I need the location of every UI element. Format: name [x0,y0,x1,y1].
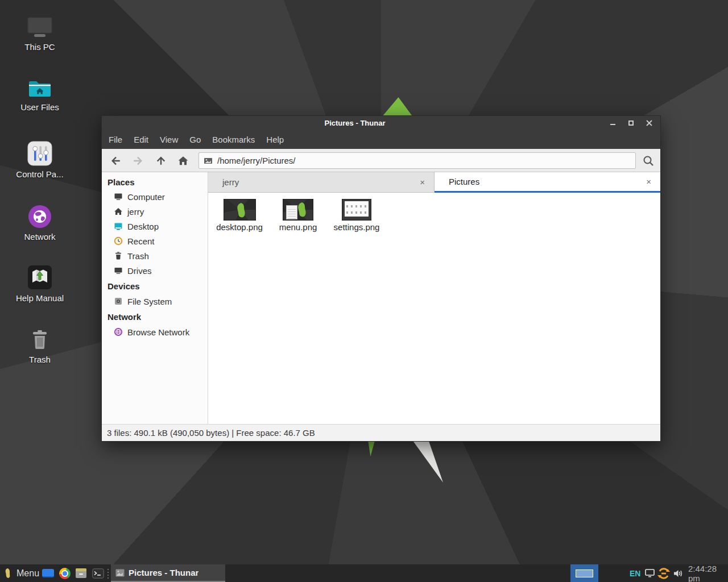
tab-close-icon[interactable]: × [420,178,425,186]
home-icon [177,155,189,167]
window-titlebar[interactable]: Pictures - Thunar [102,116,660,130]
tab-bar: jerry × Pictures × [208,172,660,193]
path-bar[interactable]: /home/jerry/Pictures/ [198,152,636,169]
menu-help[interactable]: Help [260,130,289,149]
file-settings-png[interactable]: settings.png [329,199,384,232]
forward-button[interactable] [131,154,144,168]
desktop-icon-label: User Files [6,102,74,112]
start-menu-label[interactable]: Menu [16,564,39,582]
sidebar-header-network: Network [102,309,208,325]
forward-arrow-icon [131,155,144,167]
sidebar-item-label: Browse Network [127,327,189,337]
sidebar-item-label: Trash [127,251,149,261]
status-text: 3 files: 490.1 kB (490,050 bytes) | Free… [107,428,315,438]
status-bar: 3 files: 490.1 kB (490,050 bytes) | Free… [102,424,660,441]
sidebar-item-drives[interactable]: Drives [102,263,208,278]
desktop-icon-trash[interactable]: Trash [6,329,74,364]
sidebar-item-trash[interactable]: Trash [102,248,208,263]
sidebar-item-desktop[interactable]: Desktop [102,219,208,234]
browse-network-globe-icon [113,327,123,337]
menu-file[interactable]: File [103,130,128,149]
file-name: desktop.png [212,222,267,232]
tab-label: jerry [222,177,239,187]
path-text: /home/jerry/Pictures/ [217,156,296,165]
file-name: menu.png [271,222,325,232]
tab-close-icon[interactable]: × [646,177,651,186]
start-menu-button[interactable] [3,564,13,582]
display-settings-tray[interactable] [644,564,655,582]
clock[interactable]: 2:44:28 pm [688,564,728,582]
file-desktop-png[interactable]: desktop.png [212,199,267,232]
tab-jerry[interactable]: jerry × [208,172,435,193]
update-manager-tray[interactable] [657,564,671,582]
help-manual-icon [6,265,74,290]
file-name: settings.png [329,222,384,232]
file-manager-launcher[interactable] [75,564,87,582]
file-menu-png[interactable]: menu.png [271,199,325,232]
file-system-drive-icon [113,297,123,306]
sidebar-header-places: Places [102,176,208,189]
minimize-button[interactable] [607,116,618,130]
speaker-icon [673,569,684,578]
desktop-icon-label: Trash [6,355,74,364]
desktop-icon-label: Help Manual [6,293,74,303]
home-button[interactable] [176,154,190,168]
panel-grip [107,568,109,579]
menu-go[interactable]: Go [184,130,206,149]
sidebar-item-recent[interactable]: Recent [102,234,208,248]
menu-edit[interactable]: Edit [128,130,154,149]
sidebar-item-computer[interactable]: Computer [102,189,208,204]
settings-png-thumbnail [342,199,371,221]
home-icon [113,207,123,217]
terminal-launcher[interactable] [92,564,104,582]
sidebar-item-label: Recent [127,236,155,246]
sidebar-item-label: File System [127,297,172,306]
close-button[interactable] [643,116,655,130]
taskbar-window-button[interactable]: Pictures - Thunar [111,564,225,582]
up-arrow-icon [155,155,167,167]
desktop-png-thumbnail [224,199,256,221]
browser-launcher[interactable] [59,564,71,582]
back-button[interactable] [109,154,123,168]
up-button[interactable] [154,154,168,168]
desktop-icon-user-files[interactable]: User Files [6,78,74,112]
sidebar-item-browse-network[interactable]: Browse Network [102,325,208,339]
monitor-icon [644,568,655,578]
sidebar: Places Computer jerry [102,172,208,424]
sidebar-item-label: Desktop [127,222,159,231]
desktop-icon-help-manual[interactable]: Help Manual [6,265,74,303]
keyboard-layout-indicator[interactable]: EN [630,564,640,582]
menu-png-thumbnail [283,199,313,221]
tab-label: Pictures [449,177,479,186]
desktop-icon-network[interactable]: Network [6,205,74,242]
menu-bookmarks[interactable]: Bookmarks [206,130,260,149]
network-globe-icon [6,205,74,228]
file-list-view[interactable]: desktop.png menu.png settings.p [208,193,660,424]
desktop-icon-label: This PC [6,42,74,52]
desktop-icon-label: Network [6,232,74,242]
terminal-icon [92,568,104,579]
sidebar-item-jerry[interactable]: jerry [102,204,208,219]
image-folder-icon [204,156,213,165]
workspace-switcher[interactable] [570,564,598,582]
control-panel-icon [6,141,74,166]
window-title: Pictures - Thunar [102,116,608,130]
tab-pictures[interactable]: Pictures × [435,172,660,193]
toolbar: /home/jerry/Pictures/ [102,149,660,172]
search-button[interactable] [642,154,655,168]
desktop-icon-this-pc[interactable]: This PC [6,16,74,52]
maximize-button[interactable] [625,116,636,130]
menu-view[interactable]: View [154,130,184,149]
chrome-icon [59,568,71,579]
volume-tray[interactable] [673,564,684,582]
show-desktop-launcher[interactable] [42,564,54,582]
taskbar: Menu Pictures - Thunar EN [0,564,728,582]
desktop-icon-control-panel[interactable]: Control Pa... [6,141,74,179]
sidebar-item-label: Computer [127,192,165,202]
sidebar-item-file-system[interactable]: File System [102,294,208,309]
drives-icon [113,266,123,276]
desktop-icon-label: Control Pa... [6,169,74,179]
desktop-monitor-icon [113,222,123,231]
sidebar-item-label: jerry [127,207,144,217]
show-desktop-icon [42,569,54,577]
